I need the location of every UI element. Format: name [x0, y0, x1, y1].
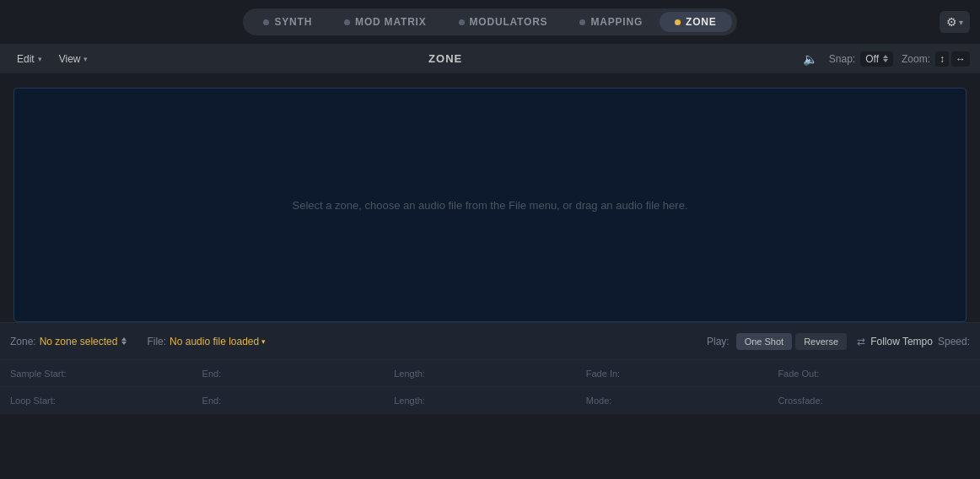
- snap-updown-icon: [883, 55, 888, 62]
- length-label-1: Length:: [394, 369, 487, 379]
- mod-matrix-dot: [344, 19, 350, 25]
- snap-value: Off: [865, 53, 879, 65]
- length-group-2: Length:: [394, 396, 586, 406]
- zone-label: Zone:: [10, 336, 36, 347]
- gear-icon: ⚙: [946, 15, 957, 29]
- bottom-row-main: Zone: No zone selected File: No audio fi…: [0, 323, 980, 360]
- edit-chevron-icon: ▾: [38, 55, 42, 63]
- tab-mod-matrix[interactable]: MOD MATRIX: [329, 12, 441, 32]
- end-label-1: End:: [202, 369, 295, 379]
- bottom-row-sample: Sample Start: End: Length: Fade In: Fade…: [0, 360, 980, 387]
- end-group-2: End:: [202, 396, 395, 406]
- top-navigation: SYNTH MOD MATRIX MODULATORS MAPPING ZONE…: [0, 0, 980, 44]
- sample-start-label: Sample Start:: [10, 369, 103, 379]
- tab-zone[interactable]: ZONE: [660, 12, 732, 32]
- length-group-1: Length:: [394, 369, 586, 379]
- mapping-dot: [579, 19, 585, 25]
- zone-value-text: No zone selected: [40, 336, 118, 347]
- loop-start-label: Loop Start:: [10, 396, 103, 406]
- snap-label: Snap:: [829, 53, 855, 65]
- fade-in-group: Fade In:: [586, 369, 778, 379]
- play-section: Play: One Shot Reverse ⇄ Follow Tempo Sp…: [707, 333, 970, 350]
- view-chevron-icon: ▾: [83, 55, 88, 63]
- file-chevron-icon: ▾: [261, 337, 266, 346]
- zoom-fit-width-button[interactable]: ↔: [951, 51, 970, 67]
- fade-out-label: Fade Out:: [778, 369, 870, 379]
- zone-updown-icon: [121, 337, 127, 345]
- zoom-fit-button[interactable]: ↕: [935, 51, 949, 67]
- waveform-display[interactable]: Select a zone, choose an audio file from…: [13, 88, 967, 322]
- nav-tab-bar: SYNTH MOD MATRIX MODULATORS MAPPING ZONE: [243, 8, 736, 35]
- tab-modulators[interactable]: MODULATORS: [444, 12, 563, 32]
- edit-menu-button[interactable]: Edit ▾: [10, 51, 49, 67]
- speaker-icon[interactable]: 🔈: [803, 52, 817, 66]
- speed-label: Speed:: [938, 336, 970, 347]
- synth-tab-label: SYNTH: [274, 16, 312, 28]
- snap-dropdown[interactable]: Off: [860, 51, 893, 67]
- snap-control: Snap: Off: [829, 51, 893, 67]
- loop-start-group: Loop Start:: [10, 396, 202, 406]
- follow-tempo-section: ⇄ Follow Tempo Speed:: [857, 336, 970, 347]
- waveform-placeholder-text: Select a zone, choose an audio file from…: [292, 199, 687, 212]
- tab-synth[interactable]: SYNTH: [248, 12, 327, 32]
- mode-group: Mode:: [586, 396, 778, 406]
- main-content-area: Select a zone, choose an audio file from…: [0, 74, 980, 322]
- end-group-1: End:: [202, 369, 395, 379]
- file-section: File: No audio file loaded ▾: [147, 336, 266, 347]
- zone-selector[interactable]: No zone selected: [40, 336, 127, 347]
- one-shot-button[interactable]: One Shot: [736, 333, 792, 350]
- bottom-controls: Zone: No zone selected File: No audio fi…: [0, 322, 980, 414]
- zone-tab-label: ZONE: [686, 16, 717, 28]
- crossfade-group: Crossfade:: [778, 396, 970, 406]
- play-label: Play:: [707, 336, 730, 347]
- toolbar-right-controls: 🔈 Snap: Off Zoom: ↕ ↔: [796, 51, 970, 67]
- length-label-2: Length:: [394, 396, 487, 406]
- zoom-label: Zoom:: [902, 53, 930, 65]
- file-label: File:: [147, 336, 166, 347]
- view-menu-button[interactable]: View ▾: [52, 51, 95, 67]
- fade-out-group: Fade Out:: [778, 369, 970, 379]
- toolbar-title: ZONE: [98, 52, 792, 65]
- fade-in-label: Fade In:: [586, 369, 679, 379]
- chevron-down-icon: ▾: [959, 18, 963, 27]
- toolbar: Edit ▾ View ▾ ZONE 🔈 Snap: Off Zoom: ↕ ↔: [0, 44, 980, 74]
- edit-label: Edit: [17, 53, 35, 65]
- reverse-button[interactable]: Reverse: [795, 333, 847, 350]
- sample-start-group: Sample Start:: [10, 369, 202, 379]
- settings-gear-button[interactable]: ⚙ ▾: [940, 11, 970, 33]
- file-value-text: No audio file loaded: [170, 336, 259, 347]
- file-selector[interactable]: No audio file loaded ▾: [170, 336, 266, 347]
- crossfade-label: Crossfade:: [778, 396, 870, 406]
- zone-dot: [675, 19, 681, 25]
- synth-dot: [263, 19, 269, 25]
- mode-label: Mode:: [586, 396, 679, 406]
- zoom-icons: ↕ ↔: [935, 51, 970, 67]
- tab-mapping[interactable]: MAPPING: [564, 12, 658, 32]
- zoom-control: Zoom: ↕ ↔: [902, 51, 970, 67]
- follow-icon: ⇄: [857, 336, 865, 347]
- mod-matrix-tab-label: MOD MATRIX: [355, 16, 426, 28]
- mapping-tab-label: MAPPING: [590, 16, 643, 28]
- modulators-dot: [459, 19, 465, 25]
- modulators-tab-label: MODULATORS: [470, 16, 548, 28]
- end-label-2: End:: [202, 396, 295, 406]
- follow-tempo-button[interactable]: Follow Tempo: [870, 336, 933, 347]
- bottom-row-loop: Loop Start: End: Length: Mode: Crossfade…: [0, 387, 980, 414]
- view-label: View: [59, 53, 81, 65]
